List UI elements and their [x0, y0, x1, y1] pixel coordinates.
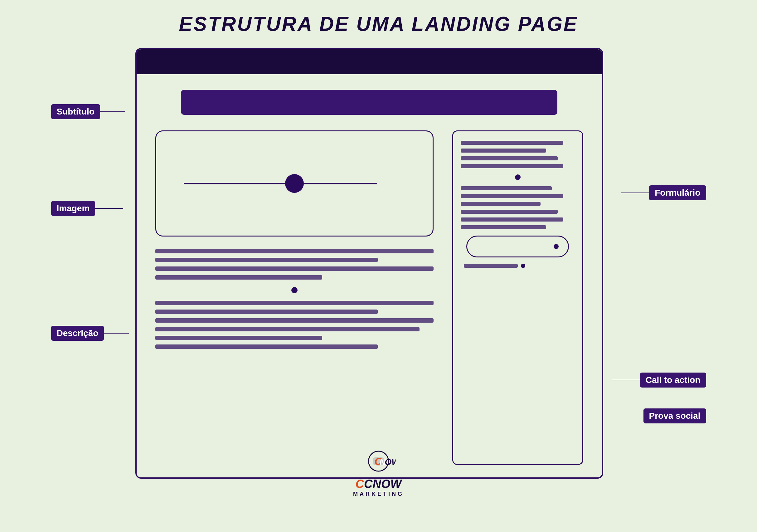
- descricao-connector: [104, 333, 129, 334]
- text-line: [155, 275, 322, 280]
- text-line: [155, 249, 434, 253]
- imagem-connector: [95, 208, 123, 209]
- browser-content: [136, 74, 602, 477]
- description-text-lines: [155, 246, 434, 349]
- imagem-label-group: Imagem: [51, 201, 124, 216]
- text-line: [155, 336, 322, 340]
- page-title: ESTRUTURA DE UMA LANDING PAGE: [179, 13, 578, 36]
- form-line: [461, 164, 563, 168]
- logo-c: C: [355, 477, 364, 491]
- descricao-label-group: Descrição: [51, 326, 129, 341]
- text-line: [155, 301, 434, 305]
- formulario-label: Formulário: [649, 185, 706, 200]
- form-line: [461, 156, 558, 160]
- cta-button-mock: [466, 235, 569, 257]
- hero-bar: [181, 90, 558, 115]
- diagram-area: Subtítulo Imagem Descrição Formulário Ca…: [51, 48, 706, 500]
- logo-area: C N OW C CNOW MARKETING: [353, 449, 404, 497]
- svg-text:OW: OW: [385, 457, 396, 467]
- text-line: [155, 266, 434, 271]
- form-line: [461, 202, 540, 206]
- logo-now: CNOW: [364, 477, 402, 491]
- subtitulo-label: Subtítulo: [51, 104, 100, 119]
- form-line: [461, 210, 558, 214]
- descricao-label: Descrição: [51, 326, 104, 341]
- text-line: [155, 344, 378, 349]
- formulario-label-group: Formulário: [621, 185, 706, 200]
- text-line: [155, 309, 378, 314]
- form-box: [452, 130, 583, 465]
- text-line: [155, 327, 419, 331]
- subtitulo-label-group: Subtítulo: [51, 104, 125, 119]
- logo-marketing: MARKETING: [353, 491, 404, 497]
- form-line: [461, 148, 546, 153]
- form-line: [461, 186, 552, 190]
- center-dot: [291, 287, 298, 293]
- subtitulo-connector: [100, 111, 125, 112]
- form-line: [461, 225, 546, 229]
- two-col-layout: [155, 130, 583, 465]
- provasocial-label-group: Prova social: [644, 408, 706, 423]
- logo-icon: C N OW: [361, 449, 396, 477]
- text-line: [155, 258, 378, 262]
- form-line: [461, 217, 563, 222]
- form-lines: [461, 141, 575, 229]
- prova-dot: [521, 264, 525, 268]
- imagem-label: Imagem: [51, 201, 95, 216]
- calltoaction-label-group: Call to action: [612, 373, 706, 388]
- text-line: [155, 318, 434, 323]
- browser-titlebar: [136, 49, 602, 74]
- calltoaction-connector: [612, 380, 640, 381]
- form-dot: [515, 174, 521, 180]
- browser-window: [136, 48, 603, 479]
- prova-social-line: [461, 264, 575, 268]
- image-placeholder: [155, 130, 434, 236]
- cta-dot: [554, 244, 559, 249]
- calltoaction-label: Call to action: [640, 373, 706, 388]
- formulario-connector: [621, 193, 649, 194]
- left-column: [155, 130, 434, 465]
- prova-bar: [464, 264, 518, 268]
- form-line: [461, 141, 563, 145]
- provasocial-label: Prova social: [644, 408, 706, 423]
- form-line: [461, 194, 563, 198]
